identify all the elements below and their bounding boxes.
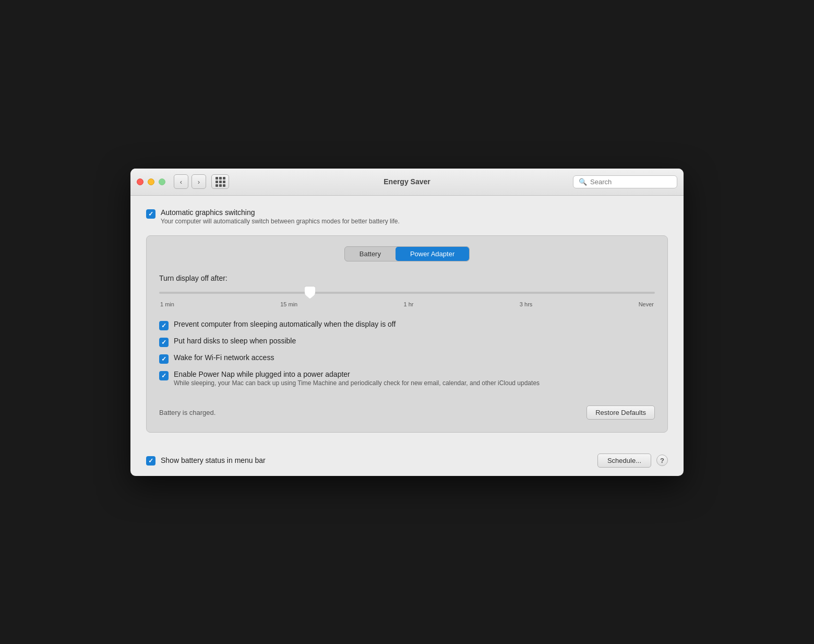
option-power-nap: ✓ Enable Power Nap while plugged into a … [159,370,655,387]
tab-group: Battery Power Adapter [344,246,470,261]
checkmark-icon: ✓ [148,458,153,464]
auto-graphics-text: Automatic graphics switching Your comput… [161,208,400,225]
slider-mark-3hrs: 3 hrs [520,301,532,307]
search-input[interactable] [590,178,672,186]
slider-marks: 1 min 15 min 1 hr 3 hrs Never [159,301,655,307]
checkmark-icon: ✓ [161,356,166,362]
tab-selector: Battery Power Adapter [159,246,655,261]
energy-saver-window: ‹ › Energy Saver 🔍 ✓ Automatic graphics … [130,169,684,476]
tab-battery[interactable]: Battery [345,247,396,261]
hard-disks-label: Put hard disks to sleep when possible [174,337,296,345]
slider-label: Turn display off after: [159,274,655,282]
show-battery-row: ✓ Show battery status in menu bar [146,455,266,466]
display-off-slider[interactable] [159,292,655,294]
forward-button[interactable]: › [191,174,206,189]
slider-mark-1min: 1 min [160,301,174,307]
show-battery-checkbox[interactable]: ✓ [146,456,155,466]
option-hard-disks: ✓ Put hard disks to sleep when possible [159,337,655,347]
traffic-lights [137,178,165,185]
checkmark-icon: ✓ [161,323,166,329]
show-battery-label: Show battery status in menu bar [161,456,266,464]
checkmark-icon: ✓ [161,339,166,345]
footer-right: Schedule... ? [597,454,668,468]
maximize-button[interactable] [159,178,165,185]
bottom-bar: Battery is charged. Restore Defaults [159,397,655,420]
help-button[interactable]: ? [656,455,668,466]
nav-buttons: ‹ › [174,174,206,189]
checkmark-icon: ✓ [161,373,166,379]
prevent-sleep-label: Prevent computer from sleeping automatic… [174,320,396,328]
auto-graphics-checkbox[interactable]: ✓ [146,209,155,219]
search-box[interactable]: 🔍 [573,175,677,188]
wifi-checkbox[interactable]: ✓ [159,354,169,364]
auto-graphics-label: Automatic graphics switching [161,208,400,217]
minimize-button[interactable] [148,178,154,185]
footer-bar: ✓ Show battery status in menu bar Schedu… [130,445,684,476]
wifi-text: Wake for Wi-Fi network access [174,353,274,362]
options-list: ✓ Prevent computer from sleeping automat… [159,320,655,387]
auto-graphics-section: ✓ Automatic graphics switching Your comp… [146,208,668,225]
power-nap-text: Enable Power Nap while plugged into a po… [174,370,540,387]
slider-mark-never: Never [639,301,654,307]
hard-disks-checkbox[interactable]: ✓ [159,338,169,347]
power-nap-subtext: While sleeping, your Mac can back up usi… [174,379,540,387]
titlebar: ‹ › Energy Saver 🔍 [130,169,684,196]
hard-disks-text: Put hard disks to sleep when possible [174,337,296,345]
power-nap-label: Enable Power Nap while plugged into a po… [174,370,540,378]
search-icon: 🔍 [579,178,587,186]
grid-icon [216,177,225,187]
option-wifi: ✓ Wake for Wi-Fi network access [159,353,655,364]
back-button[interactable]: ‹ [174,174,188,189]
slider-mark-1hr: 1 hr [404,301,414,307]
checkmark-icon: ✓ [148,211,153,217]
schedule-button[interactable]: Schedule... [597,454,651,468]
close-button[interactable] [137,178,143,185]
auto-graphics-description: Your computer will automatically switch … [161,218,400,225]
slider-wrapper: 1 min 15 min 1 hr 3 hrs Never [159,288,655,307]
prevent-sleep-checkbox[interactable]: ✓ [159,321,169,330]
tab-panel: Battery Power Adapter Turn display off a… [146,235,668,433]
battery-status: Battery is charged. [159,409,216,416]
prevent-sleep-text: Prevent computer from sleeping automatic… [174,320,396,328]
main-content: ✓ Automatic graphics switching Your comp… [130,196,684,445]
wifi-label: Wake for Wi-Fi network access [174,353,274,362]
slider-mark-15min: 15 min [280,301,297,307]
window-title: Energy Saver [384,177,430,186]
slider-section: Turn display off after: 1 min 15 min 1 h… [159,274,655,307]
grid-view-button[interactable] [211,174,229,189]
restore-defaults-button[interactable]: Restore Defaults [586,406,655,420]
power-nap-checkbox[interactable]: ✓ [159,371,169,380]
option-prevent-sleep: ✓ Prevent computer from sleeping automat… [159,320,655,330]
tab-power-adapter[interactable]: Power Adapter [396,247,469,261]
